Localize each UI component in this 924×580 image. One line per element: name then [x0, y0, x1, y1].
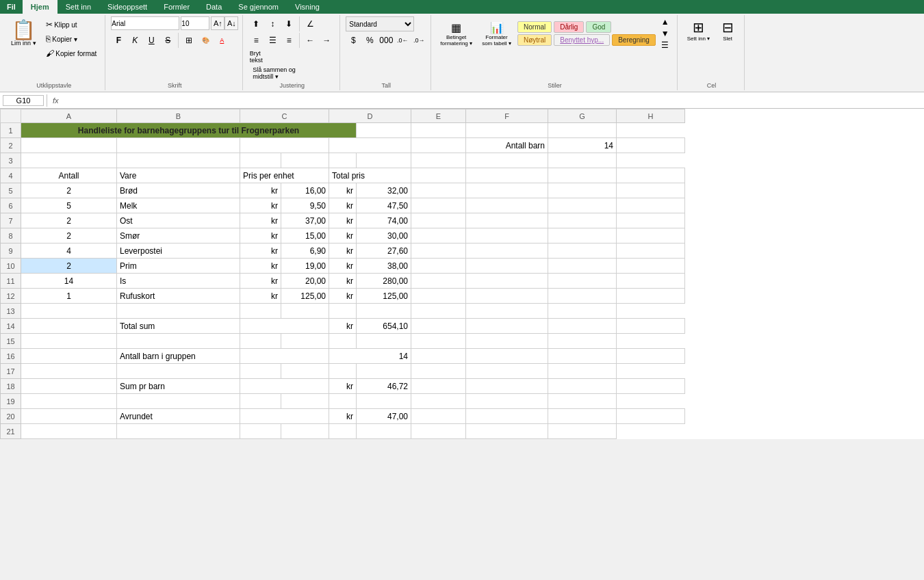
- cell[interactable]: [617, 243, 685, 259]
- cell[interactable]: [21, 319, 117, 334]
- row-header-1[interactable]: 1: [1, 123, 21, 138]
- font-size-increase-button[interactable]: A↑: [211, 16, 224, 30]
- col-header-G[interactable]: G: [548, 109, 617, 123]
- col-header-H[interactable]: H: [617, 109, 685, 123]
- cell[interactable]: [548, 304, 617, 319]
- cell[interactable]: [411, 213, 466, 228]
- underline-button[interactable]: U: [144, 33, 159, 48]
- cell[interactable]: [411, 259, 466, 274]
- cell[interactable]: [240, 394, 281, 409]
- cell[interactable]: [411, 379, 466, 394]
- cell[interactable]: kr: [240, 289, 281, 304]
- cell[interactable]: Total sum: [117, 319, 240, 334]
- cell[interactable]: [548, 334, 617, 349]
- tab-visning[interactable]: Visning: [287, 0, 328, 14]
- cell[interactable]: [617, 274, 685, 289]
- cell[interactable]: 20,00: [281, 274, 329, 289]
- cell[interactable]: [411, 183, 466, 198]
- cell[interactable]: kr: [329, 213, 357, 228]
- border-button[interactable]: ⊞: [181, 33, 196, 48]
- cell[interactable]: 14: [548, 138, 617, 153]
- cell[interactable]: [617, 228, 685, 243]
- cell[interactable]: Melk: [117, 198, 240, 213]
- row-header-15[interactable]: 15: [1, 334, 21, 349]
- currency-button[interactable]: $: [346, 33, 361, 48]
- cell[interactable]: [617, 259, 685, 274]
- bold-button[interactable]: F: [111, 33, 126, 48]
- cell[interactable]: 47,00: [357, 409, 411, 424]
- cell[interactable]: [548, 153, 617, 168]
- align-right-button[interactable]: ≡: [281, 33, 296, 48]
- cell[interactable]: [617, 319, 685, 334]
- delete-cells-button[interactable]: ⊟ Slet: [715, 16, 740, 44]
- cell[interactable]: [240, 138, 329, 153]
- cell[interactable]: kr: [240, 198, 281, 213]
- cell[interactable]: 2: [21, 228, 117, 243]
- cell[interactable]: [21, 334, 117, 349]
- col-header-F[interactable]: F: [466, 109, 548, 123]
- col-header-C[interactable]: C: [240, 109, 329, 123]
- cell[interactable]: [117, 138, 240, 153]
- cell[interactable]: [617, 409, 685, 424]
- cell[interactable]: [466, 198, 548, 213]
- cell[interactable]: [21, 138, 117, 153]
- cell[interactable]: [548, 168, 617, 183]
- cell[interactable]: [617, 349, 685, 364]
- row-header-20[interactable]: 20: [1, 409, 21, 424]
- cell[interactable]: 15,00: [281, 228, 329, 243]
- row-header-7[interactable]: 7: [1, 213, 21, 228]
- decrease-indent-button[interactable]: ←: [303, 33, 318, 48]
- row-header-8[interactable]: 8: [1, 228, 21, 243]
- row-header-21[interactable]: 21: [1, 424, 21, 439]
- cell[interactable]: [281, 394, 329, 409]
- styles-more[interactable]: ☰: [658, 39, 673, 51]
- cell[interactable]: [21, 349, 117, 364]
- cell[interactable]: Leverpostei: [117, 243, 240, 259]
- cell[interactable]: [240, 379, 329, 394]
- percent-button[interactable]: %: [362, 33, 377, 48]
- cell[interactable]: kr: [329, 243, 357, 259]
- cell[interactable]: [617, 168, 685, 183]
- row-header-4[interactable]: 4: [1, 168, 21, 183]
- font-size-input[interactable]: [181, 16, 209, 30]
- format-as-table-button[interactable]: 📊 Formatersom tabell ▾: [478, 19, 515, 49]
- thousands-button[interactable]: 000: [378, 33, 394, 48]
- cell[interactable]: [21, 379, 117, 394]
- cell[interactable]: [357, 153, 411, 168]
- formula-input[interactable]: [64, 96, 921, 105]
- cell[interactable]: [117, 394, 240, 409]
- cell[interactable]: kr: [329, 379, 357, 394]
- cell[interactable]: 2: [21, 183, 117, 198]
- cell[interactable]: [466, 183, 548, 198]
- cell[interactable]: [21, 304, 117, 319]
- cell[interactable]: [281, 364, 329, 379]
- cell[interactable]: 37,00: [281, 213, 329, 228]
- cell[interactable]: [411, 364, 466, 379]
- cell[interactable]: [548, 289, 617, 304]
- cell[interactable]: [240, 319, 329, 334]
- cell[interactable]: [466, 274, 548, 289]
- cell[interactable]: [617, 198, 685, 213]
- row-header-12[interactable]: 12: [1, 289, 21, 304]
- cell[interactable]: [240, 424, 281, 439]
- row-header-16[interactable]: 16: [1, 349, 21, 364]
- cell[interactable]: [548, 228, 617, 243]
- cell[interactable]: 1: [21, 289, 117, 304]
- cell-reference-input[interactable]: [3, 95, 44, 106]
- increase-decimal-button[interactable]: .0→: [411, 33, 426, 48]
- cell[interactable]: [466, 304, 548, 319]
- cell[interactable]: [548, 183, 617, 198]
- cell[interactable]: Sum pr barn: [117, 379, 240, 394]
- cell[interactable]: [466, 409, 548, 424]
- cell[interactable]: Handleliste for barnehagegruppens tur ti…: [21, 123, 357, 138]
- cell[interactable]: [21, 364, 117, 379]
- cell[interactable]: [411, 168, 466, 183]
- row-header-6[interactable]: 6: [1, 198, 21, 213]
- cell[interactable]: kr: [329, 409, 357, 424]
- cell[interactable]: [466, 319, 548, 334]
- cell[interactable]: kr: [329, 319, 357, 334]
- row-header-5[interactable]: 5: [1, 183, 21, 198]
- tab-sideoppsett[interactable]: Sideoppsett: [99, 0, 155, 14]
- cell[interactable]: [548, 259, 617, 274]
- cell[interactable]: 125,00: [281, 289, 329, 304]
